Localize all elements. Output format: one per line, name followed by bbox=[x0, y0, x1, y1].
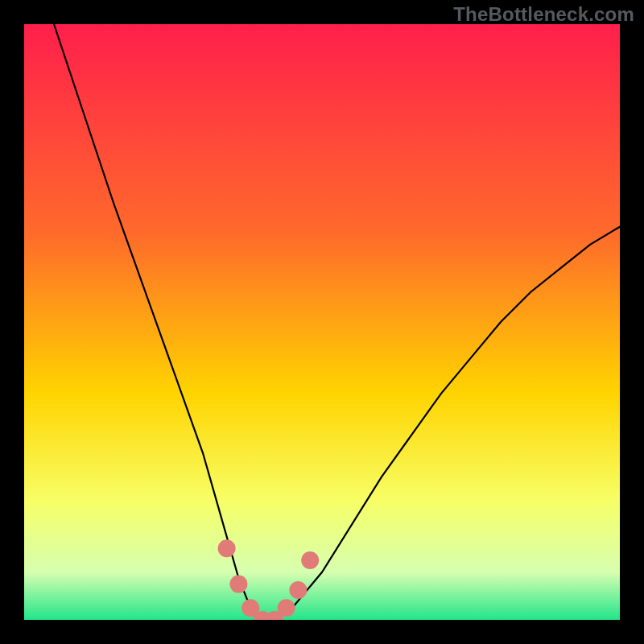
marker-dot bbox=[278, 599, 295, 617]
marker-dot bbox=[301, 551, 319, 569]
marker-dot bbox=[218, 539, 236, 557]
gradient-background bbox=[24, 24, 620, 620]
outer-frame: TheBottleneck.com bbox=[0, 0, 644, 644]
marker-dot bbox=[229, 576, 247, 593]
watermark-text: TheBottleneck.com bbox=[453, 3, 634, 26]
chart-canvas bbox=[24, 24, 620, 620]
plot-area bbox=[24, 24, 620, 620]
marker-dot bbox=[289, 581, 307, 599]
